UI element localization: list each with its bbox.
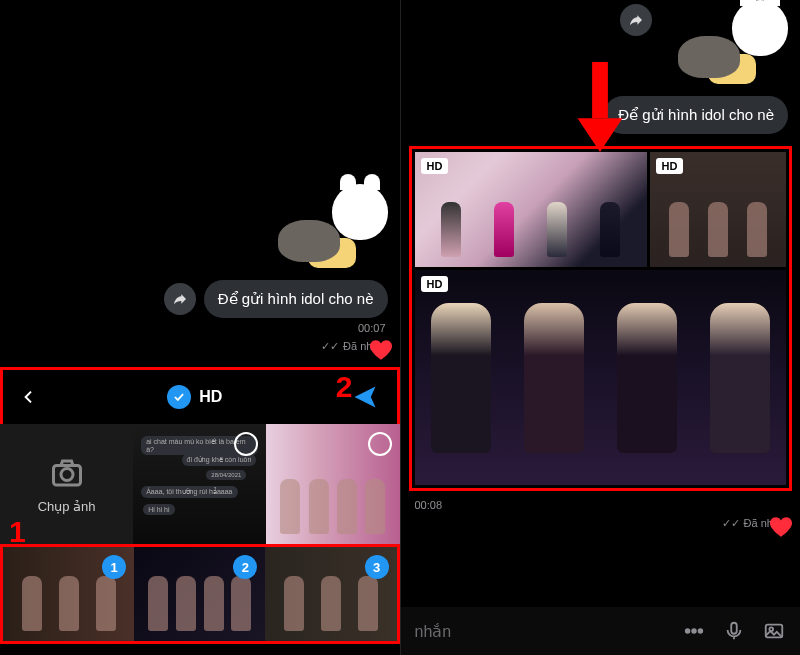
screenshot-right: Để gửi hình idol cho nè HD HD HD <box>401 0 801 655</box>
photo-icon[interactable] <box>762 619 786 643</box>
annotation-number-1: 1 <box>9 515 26 549</box>
message-bubble[interactable]: Để gửi hình idol cho nè <box>204 280 388 318</box>
selection-badge-1[interactable]: 1 <box>102 555 126 579</box>
heart-reaction-icon[interactable] <box>768 514 794 540</box>
back-button[interactable] <box>17 385 41 409</box>
delivery-check-icon: ✓✓ <box>321 340 339 353</box>
svg-point-4 <box>686 629 690 633</box>
take-photo-label: Chụp ảnh <box>38 499 96 514</box>
sent-photo-3[interactable]: HD <box>415 270 787 485</box>
svg-point-1 <box>61 468 73 480</box>
photo-grid-row-2-highlighted: 1 1 2 3 <box>0 544 400 644</box>
annotation-arrow-down-icon <box>575 62 625 156</box>
hd-badge: HD <box>421 276 449 292</box>
sent-photo-1[interactable]: HD <box>415 152 647 267</box>
selection-badge-3[interactable]: 3 <box>365 555 389 579</box>
svg-rect-7 <box>731 623 737 634</box>
hd-checkbox-checked-icon[interactable] <box>167 385 191 409</box>
more-options-icon[interactable] <box>682 619 706 643</box>
delivery-check-icon: ✓✓ <box>722 517 740 530</box>
message-bubble[interactable]: Để gửi hình idol cho nè <box>604 96 788 134</box>
send-button[interactable] <box>348 380 382 414</box>
annotation-number-2: 2 <box>336 370 353 404</box>
message-input[interactable]: nhắn <box>415 622 667 641</box>
screenshot-left: Để gửi hình idol cho nè 00:07 ✓✓ Đã nhận… <box>0 0 401 655</box>
svg-rect-2 <box>592 62 608 118</box>
heart-reaction-icon[interactable] <box>368 337 394 363</box>
photo-picker-header: HD 2 <box>0 367 400 424</box>
selection-circle-icon[interactable] <box>368 432 392 456</box>
hd-label: HD <box>199 388 222 406</box>
timestamp: 00:08 <box>415 499 443 511</box>
svg-marker-3 <box>578 118 623 152</box>
message-input-bar: nhắn <box>401 607 801 655</box>
forward-button[interactable] <box>164 283 196 315</box>
gallery-thumb-selected-2[interactable]: 2 <box>134 547 265 641</box>
photo-grid-row-1: Chụp ảnh ai chat màu mù ko biết là ba em… <box>0 424 400 544</box>
svg-point-5 <box>692 629 696 633</box>
sent-media-highlighted: HD HD HD <box>409 146 793 491</box>
sent-photo-2[interactable]: HD <box>650 152 786 267</box>
gallery-thumb-selected-3[interactable]: 3 <box>265 547 396 641</box>
gallery-thumb-1[interactable] <box>266 424 399 544</box>
forward-button[interactable] <box>620 4 652 36</box>
sticker-message <box>0 180 400 276</box>
voice-icon[interactable] <box>722 619 746 643</box>
timestamp: 00:07 <box>358 322 386 334</box>
gallery-thumb-selected-1[interactable]: 1 <box>3 547 134 641</box>
svg-point-6 <box>699 629 703 633</box>
gallery-thumb-screenshot[interactable]: ai chat màu mù ko biết là ba em à? đi đứ… <box>133 424 266 544</box>
